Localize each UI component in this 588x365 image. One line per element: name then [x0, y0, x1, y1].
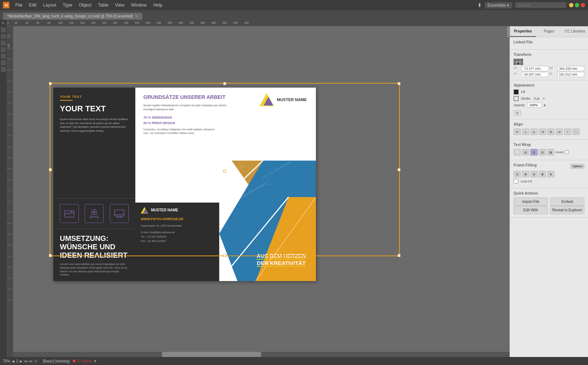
tool-3[interactable]	[1, 41, 6, 46]
canvas-area[interactable]: YOUR TEXT YOUR TEXT Equam sitauerachic i…	[13, 26, 510, 357]
select-tool[interactable]: ↖	[1, 21, 6, 26]
opacity-expand-icon[interactable]: ▶	[544, 103, 546, 107]
tab-cc-libraries[interactable]: CC Libraries	[562, 26, 588, 37]
contact-website: WWW.FIKTIV-ADRESSE.DE	[141, 217, 214, 221]
scrollbar-thumb[interactable]	[162, 352, 261, 357]
distribute-v-button[interactable]: ⋯	[572, 128, 580, 135]
transform-label: Transform	[514, 53, 584, 57]
align-left-button[interactable]: ⫧	[514, 128, 521, 135]
close-button[interactable]	[581, 3, 585, 7]
import-file-button[interactable]: Import File	[514, 197, 548, 206]
menu-view[interactable]: View	[112, 2, 127, 8]
zoom-first-icon[interactable]: ⏮	[24, 359, 28, 363]
menu-edit[interactable]: Edit	[26, 2, 39, 8]
y-value-input[interactable]	[521, 72, 549, 77]
horizontal-scrollbar[interactable]	[13, 352, 510, 357]
align-top-button[interactable]: ⫣	[539, 128, 546, 135]
collapse-button[interactable]	[507, 26, 510, 37]
align-center-v-button[interactable]: ⫡	[547, 128, 554, 135]
menu-window[interactable]: Window	[128, 2, 150, 8]
menu-help[interactable]: Help	[150, 2, 165, 8]
menu-file[interactable]: File	[12, 2, 25, 8]
opacity-input[interactable]	[527, 103, 542, 108]
align-bottom-button[interactable]: ⫤	[556, 128, 563, 135]
handle-bottom-left[interactable]	[49, 254, 52, 257]
w-value-input[interactable]	[557, 66, 585, 71]
menu-layout[interactable]: Layout	[40, 2, 59, 8]
invert-checkbox[interactable]	[565, 150, 569, 154]
handle-bottom-right[interactable]	[398, 254, 401, 257]
h-value-input[interactable]	[557, 72, 585, 77]
textwrap-buttons-row: ⬜ ▤ ▧ ▥ ▦ Invert	[514, 149, 584, 155]
zoom-prev-icon[interactable]: ◀	[12, 359, 15, 363]
close-tab-icon[interactable]: ✕	[135, 14, 138, 18]
tool-4[interactable]	[1, 47, 6, 52]
svg-text:380: 380	[212, 22, 216, 24]
zoom-next-icon[interactable]: ▶	[20, 359, 23, 363]
page-rotate-icon[interactable]: ↺	[34, 359, 37, 363]
zoom-last-icon[interactable]: ⏭	[29, 359, 33, 363]
textwrap-jump-button[interactable]: ▥	[539, 149, 546, 155]
minimize-button[interactable]	[569, 3, 573, 7]
maximize-button[interactable]	[575, 3, 579, 7]
stroke-swatch[interactable]	[514, 96, 519, 101]
frame-fitting-header: Frame Fitting Options	[514, 163, 584, 169]
handle-mid-right[interactable]	[398, 168, 401, 171]
contact-address-line: Papenstraße 32, 15874 Musterstadt	[141, 224, 214, 228]
edit-with-button[interactable]: Edit With	[514, 206, 548, 214]
tab-pages[interactable]: Pages	[536, 26, 562, 37]
textwrap-bbox-button[interactable]: ▤	[522, 149, 529, 155]
essentials-button[interactable]: Essentials ▾	[485, 2, 512, 8]
svg-point-79	[93, 211, 95, 213]
document-tab[interactable]: *Wickelfalzflyer_DIN_lang_hoch_6 seitig_…	[3, 13, 142, 20]
share-icon[interactable]: ⬆	[477, 2, 482, 8]
align-center-h-button[interactable]: ⫠	[522, 128, 529, 135]
svg-text:80: 80	[47, 22, 50, 24]
transform-anchor-grid[interactable]	[514, 59, 523, 65]
contact-logo-row: MUSTER NAME	[141, 207, 214, 214]
fx-button[interactable]: fx	[514, 110, 521, 116]
ff-fit-content-button[interactable]: ⊡	[514, 171, 521, 177]
frame-fitting-buttons-row: ⊡ ⊞ ⊟ ⊠ ⊕	[514, 171, 584, 177]
stroke-dropdown-icon[interactable]: ▼	[542, 97, 545, 100]
tool-5[interactable]	[1, 54, 6, 59]
appearance-section: Appearance Fill Stroke 0 pt ▼ Opacity	[510, 80, 588, 119]
handle-top-left[interactable]	[49, 82, 52, 85]
search-input[interactable]	[515, 2, 566, 8]
distribute-button[interactable]: ⋮	[564, 128, 571, 135]
reveal-in-explorer-button[interactable]: Reveal in Explorer	[550, 206, 584, 214]
autofit-checkbox[interactable]	[514, 179, 518, 184]
tab-properties[interactable]: Properties	[510, 26, 536, 37]
menu-object[interactable]: Object	[76, 2, 94, 8]
menu-table[interactable]: Table	[95, 2, 112, 8]
menu-bar: Id File Edit Layout Type Object Table Vi…	[0, 0, 588, 10]
window-controls	[569, 3, 585, 7]
menu-type[interactable]: Type	[60, 2, 75, 8]
handle-mid-left[interactable]	[49, 168, 52, 171]
ff-fit-frame-button[interactable]: ⊟	[530, 171, 538, 177]
stroke-row: Stroke 0 pt ▼	[514, 96, 584, 101]
text-wrap-section: Text Wrap ⬜ ▤ ▧ ▥ ▦ Invert	[510, 140, 588, 160]
handle-top-right[interactable]	[398, 82, 401, 85]
tool-2[interactable]	[1, 34, 6, 39]
textwrap-contour-button[interactable]: ▧	[530, 149, 538, 155]
textwrap-none-button[interactable]: ⬜	[514, 149, 521, 155]
autofit-row: Auto-Fit	[514, 179, 584, 184]
flyer-left-panel: YOUR TEXT YOUR TEXT Equam sitauerachic i…	[53, 88, 135, 281]
embed-button[interactable]: Embed	[550, 197, 584, 206]
tool-1[interactable]	[1, 27, 6, 32]
options-button[interactable]: Options	[570, 164, 584, 169]
align-right-button[interactable]: ⫨	[530, 128, 538, 135]
errors-expand-icon[interactable]: ▼	[93, 359, 97, 363]
tool-6[interactable]	[1, 60, 6, 65]
ff-center-button[interactable]: ⊠	[539, 171, 546, 177]
fill-swatch[interactable]	[514, 89, 519, 95]
tool-7[interactable]	[1, 67, 6, 72]
svg-text:100: 100	[58, 22, 63, 24]
handle-top-center[interactable]	[223, 82, 226, 85]
svg-point-77	[71, 211, 72, 213]
textwrap-next-button[interactable]: ▦	[547, 149, 554, 155]
ff-proportional-button[interactable]: ⊕	[547, 171, 554, 177]
ff-fill-frame-button[interactable]: ⊞	[522, 171, 529, 177]
x-value-input[interactable]	[521, 66, 549, 71]
